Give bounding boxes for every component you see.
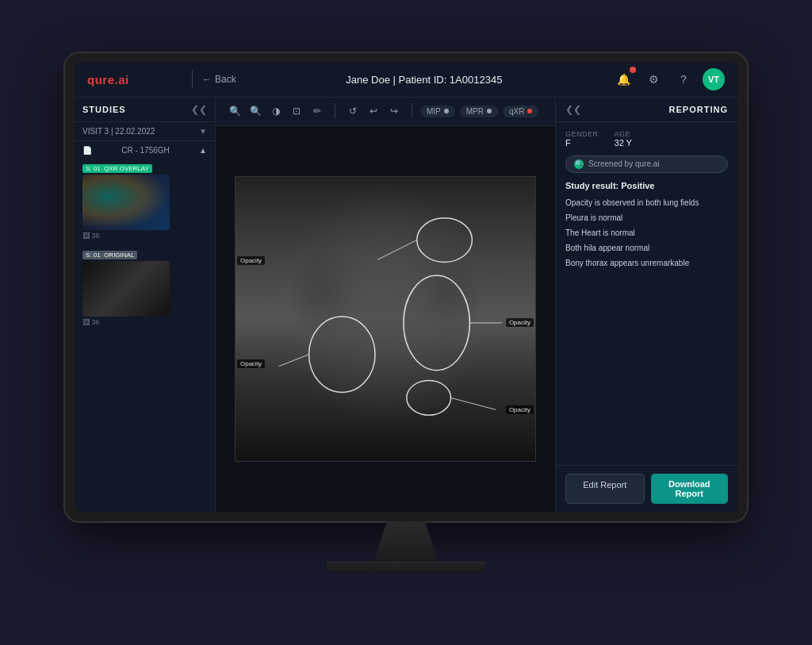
thumbnail-overlay-count: 🖼 36 bbox=[82, 232, 207, 240]
age-field: AGE 32 Y bbox=[615, 130, 632, 148]
redo-left-button[interactable]: ↺ bbox=[343, 102, 362, 121]
zoom-in-button[interactable]: 🔍 bbox=[225, 102, 244, 121]
zoom-out-button[interactable]: 🔍 bbox=[246, 102, 265, 121]
qxr-label: qXR bbox=[509, 107, 524, 116]
findings-list: Opacity is observed in both lung fields … bbox=[565, 197, 728, 269]
study-icon: 📄 bbox=[82, 146, 92, 155]
study-group: 📄 CR - 1756GH ▲ S: 01 QXR OVERLAY bbox=[75, 141, 215, 337]
thumbnail-original-label: S: 01 ORIGINAL bbox=[82, 251, 137, 259]
study-collapse-icon[interactable]: ▲ bbox=[199, 146, 207, 155]
finding-5: Bony thorax appears unremarkable bbox=[565, 257, 728, 269]
help-button[interactable]: ? bbox=[672, 68, 695, 90]
edit-report-button[interactable]: Edit Report bbox=[565, 474, 645, 504]
undo-button[interactable]: ↩ bbox=[364, 102, 383, 121]
user-avatar[interactable]: VT bbox=[703, 68, 725, 90]
mip-dot bbox=[444, 109, 449, 113]
finding-4: Both hila appear normal bbox=[565, 242, 728, 254]
thumbnail-overlay[interactable]: S: 01 QXR OVERLAY 🖼 36 bbox=[82, 159, 207, 240]
sidebar-collapse-button[interactable]: ❮❮ bbox=[191, 104, 207, 115]
header-divider bbox=[192, 70, 193, 89]
opacity-label-top-left: Opacity bbox=[237, 256, 265, 265]
thumbnail-original-count: 🖼 36 bbox=[82, 318, 207, 326]
visit-dropdown-icon: ▼ bbox=[199, 127, 207, 136]
notification-badge bbox=[630, 67, 636, 73]
mip-label: MIP bbox=[427, 107, 441, 116]
logo: qure.ai bbox=[87, 73, 129, 86]
reporting-footer: Edit Report Download Report bbox=[556, 465, 737, 512]
draw-button[interactable]: ✏ bbox=[308, 102, 327, 121]
ai-badge: 🔍 Screened by qure.ai bbox=[565, 155, 728, 173]
main-content: STUDIES ❮❮ VISIT 3 | 22.02.2022 ▼ 📄 CR -… bbox=[75, 98, 737, 512]
contrast-button[interactable]: ◑ bbox=[266, 102, 285, 121]
zoom-tools: 🔍 🔍 ◑ ⊡ ✏ bbox=[225, 102, 327, 121]
visit-label: VISIT 3 | 22.02.2022 bbox=[82, 127, 155, 136]
age-value: 32 Y bbox=[615, 138, 632, 148]
mpr-mode-button[interactable]: MPR bbox=[460, 106, 498, 117]
opacity-label-mid-left: Opacity bbox=[237, 359, 265, 368]
opacity-label-top-right: Opacity bbox=[506, 318, 534, 327]
thumbnail-original-image bbox=[82, 261, 170, 317]
mpr-dot bbox=[487, 109, 492, 113]
finding-3: The Heart is normal bbox=[565, 227, 728, 239]
top-icons: 🔔 ⚙ ? VT bbox=[612, 68, 725, 90]
patient-info: Jane Doe | Patient ID: 1A0012345 bbox=[236, 74, 612, 86]
gender-value: F bbox=[565, 138, 599, 148]
reporting-body: GENDER F AGE 32 Y 🔍 Screened by qure.ai bbox=[556, 122, 737, 465]
visit-selector[interactable]: VISIT 3 | 22.02.2022 ▼ bbox=[75, 122, 215, 141]
reporting-collapse-button[interactable]: ❮❮ bbox=[565, 104, 581, 115]
thumbnail-overlay-label: S: 01 QXR OVERLAY bbox=[82, 164, 152, 173]
toolbar-separator-1 bbox=[335, 104, 335, 118]
monitor-stand bbox=[374, 521, 438, 561]
toolbar: 🔍 🔍 ◑ ⊡ ✏ ↺ ↩ ↪ bbox=[216, 98, 555, 126]
download-report-button[interactable]: Download Report bbox=[651, 474, 729, 504]
study-label: 📄 CR - 1756GH ▲ bbox=[82, 146, 207, 155]
toolbar-separator-2 bbox=[412, 104, 412, 118]
xray-background bbox=[236, 177, 535, 461]
qxr-dot bbox=[527, 109, 532, 113]
top-bar: qure.ai ← Back Jane Doe | Patient ID: 1A… bbox=[75, 63, 737, 98]
settings-button[interactable]: ⚙ bbox=[642, 68, 665, 90]
history-tools: ↺ ↩ ↪ bbox=[343, 102, 404, 121]
viewer-area: 🔍 🔍 ◑ ⊡ ✏ ↺ ↩ ↪ bbox=[216, 98, 555, 512]
qxr-mode-button[interactable]: qXR bbox=[503, 106, 538, 117]
xray-container: Opacity Opacity Opacity Opacity bbox=[216, 126, 555, 512]
notification-button[interactable]: 🔔 bbox=[612, 68, 634, 90]
reporting-panel: ❮❮ REPORTING GENDER F AGE 32 Y bbox=[555, 98, 737, 512]
gender-field: GENDER F bbox=[565, 130, 599, 148]
sidebar-header: STUDIES ❮❮ bbox=[75, 98, 215, 122]
study-id: CR - 1756GH bbox=[121, 146, 170, 155]
mip-mode-button[interactable]: MIP bbox=[420, 106, 455, 117]
reporting-title: REPORTING bbox=[669, 105, 728, 114]
sidebar-title: STUDIES bbox=[82, 105, 126, 114]
study-result: Study result: Positive bbox=[565, 181, 728, 190]
reporting-header: ❮❮ REPORTING bbox=[556, 98, 737, 122]
ai-badge-text: Screened by qure.ai bbox=[588, 159, 660, 168]
back-label: Back bbox=[215, 74, 236, 85]
opacity-label-bot-right: Opacity bbox=[506, 405, 534, 414]
invert-button[interactable]: ⊡ bbox=[287, 102, 306, 121]
gender-label: GENDER bbox=[565, 130, 599, 138]
finding-1: Opacity is observed in both lung fields bbox=[565, 197, 728, 209]
xray-image: Opacity Opacity Opacity Opacity bbox=[235, 176, 536, 462]
sidebar: STUDIES ❮❮ VISIT 3 | 22.02.2022 ▼ 📄 CR -… bbox=[75, 98, 216, 512]
ai-icon: 🔍 bbox=[574, 159, 584, 169]
age-label: AGE bbox=[615, 130, 632, 138]
thumbnail-overlay-image bbox=[82, 175, 170, 230]
back-arrow-icon: ← bbox=[202, 74, 212, 85]
back-button[interactable]: ← Back bbox=[202, 74, 236, 85]
logo-area: qure.ai bbox=[87, 73, 182, 86]
redo-button[interactable]: ↪ bbox=[385, 102, 404, 121]
monitor-base bbox=[327, 561, 485, 572]
patient-meta: GENDER F AGE 32 Y bbox=[565, 130, 728, 148]
mpr-label: MPR bbox=[466, 107, 484, 116]
finding-2: Pleura is normal bbox=[565, 212, 728, 224]
thumbnail-original[interactable]: S: 01 ORIGINAL 🖼 36 bbox=[82, 246, 207, 326]
